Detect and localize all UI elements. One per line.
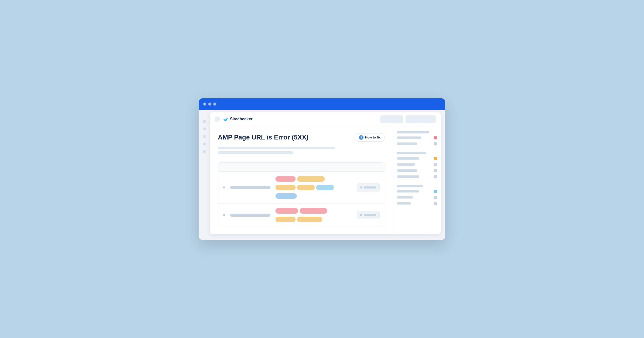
row-label-1 — [230, 186, 270, 189]
sidebar-line-2 — [397, 136, 421, 139]
title-row: AMP Page URL is Error (5XX) ? How to fix — [218, 133, 385, 142]
page-title: AMP Page URL is Error (5XX) — [218, 133, 308, 141]
sidebar-line-3 — [397, 142, 417, 145]
row-tags-2 — [275, 208, 352, 222]
sidebar-line-4 — [397, 152, 426, 154]
row-action-2[interactable] — [357, 211, 380, 219]
sidebar-line-9 — [397, 185, 423, 187]
sidebar-gap-1 — [397, 148, 437, 151]
table-header — [218, 163, 385, 172]
sidebar-badge-gray-5 — [434, 196, 437, 199]
sidebar-line-8 — [397, 175, 419, 178]
sidebar-row-10 — [397, 190, 437, 193]
left-sidebar-dot-1 — [203, 120, 206, 123]
data-table — [218, 162, 385, 227]
browser-window: Sitechecker AMP Page URL is Error (5XX) — [199, 98, 445, 240]
tag-pink-3 — [300, 208, 327, 214]
sidebar-line-7 — [397, 169, 417, 172]
tag-blue-1 — [316, 185, 334, 190]
left-sidebar-dot-5 — [203, 150, 206, 153]
sidebar-badge-red — [434, 136, 437, 139]
sidebar-row-3 — [397, 142, 437, 146]
tag-yellow-5 — [297, 217, 322, 222]
window-dot-3 — [213, 103, 216, 106]
left-sidebar — [201, 112, 208, 237]
tag-yellow-3 — [297, 185, 315, 190]
sidebar-badge-orange — [434, 157, 437, 160]
left-sidebar-dot-4 — [203, 142, 206, 146]
sidebar-badge-gray-6 — [434, 202, 437, 205]
sidebar-badge-blue — [434, 190, 437, 193]
logo-checkmark-icon — [223, 116, 228, 122]
sidebar-badge-gray-2 — [434, 163, 437, 166]
window-dot-2 — [208, 103, 211, 106]
sidebar-line-11 — [397, 196, 413, 199]
nav-circle — [215, 117, 220, 122]
nav-buttons — [380, 115, 436, 123]
inner-body: AMP Page URL is Error (5XX) ? How to fix — [210, 126, 441, 234]
logo-text: Sitechecker — [230, 117, 253, 121]
content-card: AMP Page URL is Error (5XX) ? How to fix — [210, 126, 393, 234]
sidebar-gap-2 — [397, 181, 437, 183]
row-indicator-1 — [223, 186, 225, 188]
tag-pink-2 — [275, 208, 298, 214]
sidebar-line-6 — [397, 163, 415, 166]
sidebar-row-7 — [397, 169, 437, 172]
how-to-fix-button[interactable]: ? How to fix — [355, 133, 385, 142]
tag-pink-1 — [275, 176, 296, 182]
logo-area: Sitechecker — [223, 116, 253, 122]
sidebar-badge-gray-3 — [434, 169, 437, 172]
spacer — [218, 158, 385, 162]
tag-blue-3 — [275, 193, 297, 199]
action-line-2 — [364, 214, 376, 216]
sidebar-badge-gray-1 — [434, 142, 437, 146]
row-tags-1 — [275, 176, 352, 199]
inner-window: Sitechecker AMP Page URL is Error (5XX) — [210, 112, 441, 234]
action-dot-2 — [360, 214, 362, 216]
nav-button-2[interactable] — [406, 115, 436, 123]
sidebar-line-12 — [397, 202, 411, 205]
action-line-1 — [364, 186, 376, 188]
nav-button-1[interactable] — [380, 115, 403, 123]
action-dot-1 — [360, 186, 362, 188]
sidebar-row-6 — [397, 163, 437, 166]
left-sidebar-dot-3 — [203, 135, 206, 138]
sidebar-row-1 — [397, 131, 437, 133]
row-action-1[interactable] — [357, 183, 380, 191]
sidebar-row-5 — [397, 157, 437, 160]
desc-line-1 — [218, 147, 335, 149]
sidebar-row-4 — [397, 152, 437, 154]
sidebar-row-12 — [397, 202, 437, 205]
table-row — [218, 172, 385, 204]
sidebar-row-9 — [397, 185, 437, 187]
browser-content: Sitechecker AMP Page URL is Error (5XX) — [199, 110, 445, 240]
row-label-2 — [230, 214, 270, 217]
how-to-fix-label: How to fix — [365, 135, 381, 139]
right-sidebar — [393, 126, 441, 234]
nav-bar: Sitechecker — [210, 112, 441, 126]
card-inner: AMP Page URL is Error (5XX) ? How to fix — [210, 126, 393, 234]
sidebar-badge-gray-4 — [434, 175, 437, 178]
sidebar-row-8 — [397, 175, 437, 178]
table-row-2 — [218, 204, 385, 227]
desc-line-2 — [218, 151, 293, 154]
sidebar-line-5 — [397, 157, 419, 160]
left-sidebar-dot-2 — [203, 127, 206, 130]
description-lines — [218, 147, 385, 154]
browser-titlebar — [199, 98, 445, 110]
how-to-fix-icon: ? — [359, 135, 364, 140]
sidebar-line-10 — [397, 190, 419, 192]
row-indicator-2 — [223, 214, 225, 216]
nav-logo-area: Sitechecker — [223, 116, 377, 122]
sidebar-row-11 — [397, 196, 437, 199]
sidebar-line-1 — [397, 131, 429, 133]
window-dot-1 — [203, 103, 206, 106]
tag-yellow-2 — [275, 185, 296, 190]
tag-yellow-4 — [275, 217, 296, 222]
tag-yellow-1 — [297, 176, 325, 182]
sidebar-row-2 — [397, 136, 437, 139]
